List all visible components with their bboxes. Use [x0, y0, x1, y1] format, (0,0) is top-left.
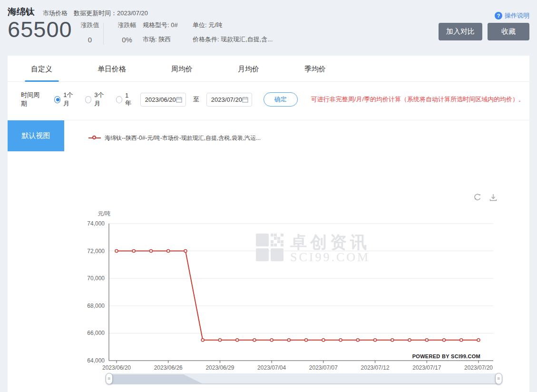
- svg-text:2023/07/07: 2023/07/07: [309, 364, 338, 371]
- period-radio-1[interactable]: 3个月: [85, 91, 108, 108]
- svg-text:72,000: 72,000: [87, 248, 105, 255]
- divider: [8, 120, 529, 120]
- svg-text:2023/06/20: 2023/06/20: [102, 364, 131, 371]
- chart-toolbar: [473, 193, 498, 202]
- tab-1[interactable]: 单日价格: [98, 56, 126, 82]
- update-time-value: 2023/07/20: [117, 10, 148, 17]
- radio-icon: [54, 96, 61, 103]
- default-view-tab[interactable]: 默认视图: [8, 120, 64, 151]
- series-legend[interactable]: 海绵钛--陕西-0#-元/吨-市场价-现款现汇,自提,含税,袋装,汽运...: [88, 131, 261, 145]
- question-icon: ?: [495, 12, 502, 20]
- data-zoom-track[interactable]: [109, 373, 498, 384]
- svg-text:2023/06/26: 2023/06/26: [154, 364, 183, 371]
- help-label: 操作说明: [505, 11, 529, 20]
- data-zoom-handle-left[interactable]: ≡: [106, 373, 113, 384]
- price-unit: 单位: 元/吨: [193, 21, 273, 29]
- tab-2[interactable]: 周均价: [171, 56, 193, 82]
- svg-text:68,000: 68,000: [87, 303, 105, 309]
- period-radio-0[interactable]: 1个月: [54, 91, 78, 108]
- svg-text:64,000: 64,000: [87, 357, 105, 364]
- change-value-block: 涨跌值 0: [75, 21, 105, 44]
- radio-icon: [116, 96, 122, 103]
- svg-text:66,000: 66,000: [87, 330, 105, 336]
- market-region: 市场: 陕西: [143, 35, 178, 43]
- add-compare-button[interactable]: 加入对比: [439, 23, 482, 40]
- period-radio-2[interactable]: 1年: [116, 92, 134, 108]
- spec-column: 规格型号: 0# 市场: 陕西: [143, 21, 178, 49]
- data-zoom-slider[interactable]: ≡ ≡: [106, 372, 502, 386]
- period-options: 1个月3个月1年: [54, 91, 134, 108]
- change-value-label: 涨跌值: [75, 21, 105, 29]
- confirm-button[interactable]: 确定: [264, 92, 298, 107]
- legend-label: 海绵钛--陕西-0#-元/吨-市场价-现款现汇,自提,含税,袋装,汽运...: [105, 134, 261, 142]
- svg-text:74,000: 74,000: [87, 220, 105, 227]
- tab-4[interactable]: 季均价: [304, 56, 326, 82]
- download-icon[interactable]: [488, 193, 498, 202]
- legend-marker-icon: [88, 137, 101, 138]
- calendar-icon: [242, 97, 248, 103]
- main-card: 自定义单日价格周均价月均价季均价 时间周期 1个月3个月1年 2023/06/2…: [8, 56, 529, 392]
- change-pct-value: 0%: [112, 36, 142, 44]
- favorite-button[interactable]: 收藏: [488, 23, 529, 40]
- unit-column: 单位: 元/吨 价格条件: 现款现汇,自提,含...: [193, 21, 273, 49]
- radio-icon: [85, 96, 92, 103]
- price-condition: 价格条件: 现款现汇,自提,含...: [193, 35, 273, 43]
- data-zoom-handle-right[interactable]: ≡: [495, 373, 502, 384]
- svg-text:2023/07/20: 2023/07/20: [464, 364, 493, 371]
- svg-text:元/吨: 元/吨: [98, 210, 110, 217]
- radio-label: 3个月: [94, 91, 108, 108]
- calendar-icon: [176, 97, 182, 103]
- radio-label: 1年: [125, 92, 134, 108]
- update-time: 数据更新时间：2023/07/20: [74, 9, 148, 18]
- change-value: 0: [75, 36, 105, 44]
- price-line-chart[interactable]: 74,00072,00070,00068,00066,00064,0002023…: [8, 208, 529, 374]
- average-note: 可进行非完整周/月/季的均价计算（系统将自动计算所选时间区域内的均价）。: [311, 95, 525, 104]
- svg-text:2023/07/12: 2023/07/12: [361, 364, 390, 371]
- current-price: 65500: [8, 16, 72, 42]
- help-link[interactable]: ? 操作说明: [495, 11, 529, 20]
- update-time-label: 数据更新时间：: [74, 10, 117, 17]
- end-date-input[interactable]: 2023/07/20: [206, 93, 252, 107]
- spec-model: 规格型号: 0#: [143, 21, 178, 29]
- radio-label: 1个月: [63, 91, 77, 108]
- filter-row: 时间周期 1个月3个月1年 2023/06/20 至 2023/07/20 确定…: [21, 92, 525, 107]
- start-date-input[interactable]: 2023/06/20: [140, 93, 186, 107]
- tab-bar: 自定义单日价格周均价月均价季均价: [8, 56, 529, 82]
- svg-text:2023/07/04: 2023/07/04: [257, 364, 286, 371]
- end-date-value: 2023/07/20: [211, 96, 242, 103]
- change-pct-block: 涨跌幅 0%: [112, 21, 142, 44]
- svg-text:2023/07/17: 2023/07/17: [412, 364, 441, 371]
- divider: [103, 23, 104, 45]
- refresh-icon[interactable]: [473, 193, 482, 202]
- tab-0[interactable]: 自定义: [31, 56, 52, 82]
- svg-text:2023/06/29: 2023/06/29: [205, 364, 234, 371]
- tab-3[interactable]: 月均价: [238, 56, 259, 82]
- header: 海绵钛 市场价格 数据更新时间：2023/07/20 ? 操作说明 65500 …: [8, 0, 529, 55]
- to-label: 至: [193, 95, 199, 104]
- change-pct-label: 涨跌幅: [112, 21, 142, 29]
- period-label: 时间周期: [21, 91, 44, 108]
- svg-text:POWERED BY SCI99.COM: POWERED BY SCI99.COM: [412, 353, 480, 359]
- start-date-value: 2023/06/20: [145, 96, 176, 103]
- svg-text:70,000: 70,000: [87, 275, 105, 282]
